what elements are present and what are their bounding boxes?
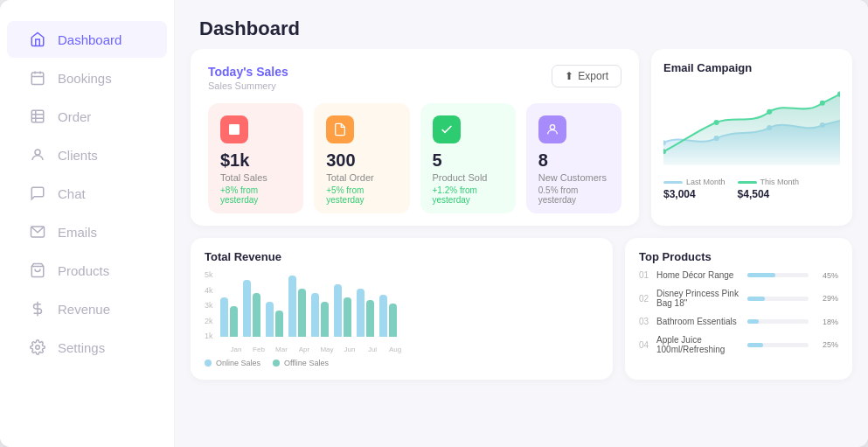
svg-point-12 (36, 346, 40, 350)
page-header: Dashboard (175, 0, 868, 49)
legend-this-month: This Month $4,504 (738, 178, 800, 200)
product-sold-icon (433, 115, 461, 143)
product-bar-wrap-1 (747, 273, 809, 277)
product-bar-wrap-3 (747, 319, 809, 324)
product-bar-1 (747, 273, 775, 277)
product-bar-2 (747, 297, 765, 301)
product-bar-4 (747, 343, 763, 347)
sidebar-item-order[interactable]: Order (7, 98, 167, 135)
bar-offline-1 (230, 306, 238, 337)
email-campaign-title: Email Campaign (663, 61, 840, 74)
bar-online-6 (334, 284, 342, 337)
bar-online-2 (243, 280, 251, 337)
sidebar-item-products[interactable]: Products (7, 252, 167, 289)
product-num-2: 02 (639, 294, 649, 304)
online-sales-dot (205, 360, 212, 367)
product-pct-2: 29% (816, 294, 838, 303)
stat-product-sold: 5 Product Sold +1.2% from yesterday (420, 103, 516, 213)
chat-icon (28, 184, 47, 203)
new-customers-value: 8 (538, 150, 609, 171)
product-sold-label: Product Sold (433, 172, 503, 183)
new-customers-label: New Customers (538, 172, 609, 183)
sidebar-item-label: Order (58, 109, 91, 124)
product-name-2: Disney Princess Pink Bag 18" (656, 289, 740, 308)
bar-legend: Online Sales Offline Sales (205, 359, 599, 367)
sidebar-item-dashboard[interactable]: Dashboard (7, 21, 167, 58)
product-pct-4: 25% (816, 340, 838, 349)
stat-new-customers: 8 New Customers 0.5% from yesterday (526, 103, 621, 213)
bar-offline-8 (389, 304, 397, 337)
svg-point-22 (714, 120, 719, 125)
export-icon: ⬆ (565, 70, 573, 82)
total-order-change: +5% from yesterday (326, 185, 397, 205)
bar-online-5 (311, 293, 319, 337)
revenue-bar-chart (220, 270, 397, 340)
last-month-value: $3,004 (663, 188, 696, 200)
sidebar-item-settings[interactable]: Settings (7, 329, 167, 366)
product-sold-change: +1.2% from yesterday (433, 185, 503, 205)
new-customers-change: 0.5% from yesterday (538, 185, 609, 205)
order-icon (28, 107, 47, 126)
main-content: Dashboard Today's Sales Sales Summery ⬆ … (175, 0, 868, 447)
svg-rect-13 (229, 124, 240, 135)
chart-legend: Last Month $3,004 This Month $4,504 (663, 178, 840, 200)
bar-offline-3 (275, 311, 283, 337)
content-area: Today's Sales Sales Summery ⬆ Export (175, 49, 868, 447)
email-campaign-chart (663, 81, 840, 169)
total-sales-icon (220, 115, 248, 143)
sidebar-item-label: Revenue (58, 302, 110, 317)
sales-card: Today's Sales Sales Summery ⬆ Export (191, 49, 639, 226)
total-order-icon (326, 115, 354, 143)
month-label-3: Mar (273, 346, 290, 353)
sidebar-item-clients[interactable]: Clients (7, 136, 167, 173)
sidebar-item-bookings[interactable]: Bookings (7, 59, 167, 96)
sidebar-item-label: Clients (58, 148, 98, 163)
bar-offline-6 (344, 297, 351, 337)
offline-sales-dot (273, 360, 280, 367)
top-section: Today's Sales Sales Summery ⬆ Export (191, 49, 852, 226)
svg-rect-0 (31, 73, 44, 85)
offline-sales-label: Offline Sales (284, 359, 329, 367)
sidebar-item-chat[interactable]: Chat (7, 175, 167, 212)
svg-point-23 (767, 109, 772, 115)
sidebar-item-label: Emails (58, 225, 97, 240)
this-month-value: $4,504 (738, 188, 770, 200)
sidebar-item-label: Chat (58, 186, 86, 201)
bar-online-3 (266, 302, 274, 337)
svg-point-24 (820, 101, 825, 106)
settings-icon (28, 338, 47, 357)
export-button[interactable]: ⬆ Export (552, 65, 621, 87)
sidebar-item-revenue[interactable]: Revenue (7, 290, 167, 327)
sidebar-item-emails[interactable]: Emails (7, 213, 167, 250)
month-label-5: May (318, 346, 336, 353)
clients-icon (28, 145, 47, 164)
bar-online-8 (379, 295, 387, 337)
top-products-title: Top Products (639, 250, 838, 263)
legend-online-sales: Online Sales (205, 359, 260, 367)
product-pct-3: 18% (816, 318, 838, 326)
svg-rect-4 (31, 110, 44, 122)
email-icon (28, 222, 47, 241)
bar-offline-2 (253, 293, 260, 337)
sales-title: Today's Sales (208, 65, 288, 79)
this-month-label: This Month (760, 178, 800, 186)
month-label-7: Jul (364, 346, 381, 353)
sidebar-item-label: Products (58, 263, 109, 278)
sidebar-item-label: Settings (58, 340, 105, 355)
svg-point-16 (550, 125, 554, 129)
product-row-4: 04 Apple Juice 100ml/Refreshing 25% (639, 335, 838, 354)
product-bar-wrap-4 (747, 343, 809, 347)
last-month-dot (663, 181, 683, 184)
sidebar: Dashboard Bookings Order Clients Chat (0, 0, 175, 447)
month-label-4: Apr (295, 346, 313, 353)
home-icon (28, 30, 47, 49)
bar-offline-4 (298, 289, 306, 337)
bar-online-7 (357, 289, 365, 337)
product-row-3: 03 Bathroom Essentials 18% (639, 317, 838, 326)
sales-subtitle: Sales Summery (208, 80, 288, 91)
bottom-section: Total Revenue 5k4k3k2k1k (191, 238, 852, 380)
total-sales-change: +8% from yesterday (220, 185, 291, 205)
online-sales-label: Online Sales (216, 359, 260, 367)
total-sales-value: $1k (220, 150, 291, 171)
legend-offline-sales: Offline Sales (273, 359, 329, 367)
